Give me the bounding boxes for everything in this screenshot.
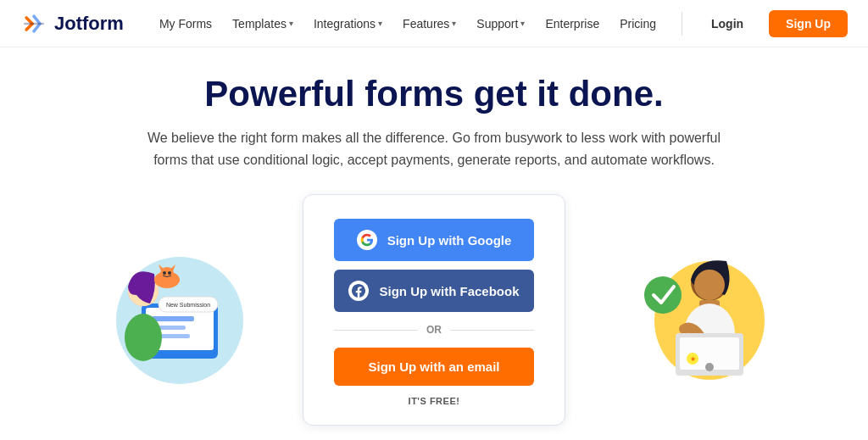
nav-support[interactable]: Support ▾	[468, 12, 533, 36]
chevron-down-icon: ▾	[289, 19, 293, 28]
nav-divider	[682, 12, 682, 36]
content-row: New Submission	[51, 194, 817, 426]
nav-integrations[interactable]: Integrations ▾	[305, 12, 391, 36]
right-illustration: ★	[599, 227, 777, 393]
svg-point-23	[705, 363, 714, 371]
jotform-logo-icon	[20, 10, 47, 37]
signup-card: Sign Up with Google Sign Up with Faceboo…	[303, 194, 565, 426]
chevron-down-icon: ▾	[378, 19, 382, 28]
svg-point-15	[168, 271, 171, 275]
svg-text:★: ★	[690, 355, 696, 363]
divider-line-right	[450, 330, 534, 331]
hero-title: Powerful forms get it done.	[51, 75, 817, 114]
svg-point-14	[163, 271, 166, 275]
nav-pricing[interactable]: Pricing	[611, 12, 665, 36]
or-divider: OR	[334, 324, 534, 336]
svg-point-11	[125, 314, 162, 361]
svg-point-18	[694, 270, 725, 300]
google-icon	[357, 230, 377, 250]
main-nav: My Forms Templates ▾ Integrations ▾ Feat…	[151, 12, 668, 36]
chevron-down-icon: ▾	[520, 19, 525, 28]
header-actions: Login Sign Up	[696, 10, 848, 37]
signup-email-button[interactable]: Sign Up with an email	[334, 348, 534, 386]
signup-facebook-button[interactable]: Sign Up with Facebook	[334, 270, 534, 312]
hero-subtitle: We believe the right form makes all the …	[129, 127, 739, 170]
divider-line-left	[334, 330, 418, 331]
svg-point-26	[644, 276, 682, 314]
nav-features[interactable]: Features ▾	[394, 12, 465, 36]
signup-header-button[interactable]: Sign Up	[769, 10, 848, 37]
nav-templates[interactable]: Templates ▾	[224, 12, 302, 36]
nav-enterprise[interactable]: Enterprise	[537, 12, 608, 36]
chevron-down-icon: ▾	[452, 19, 456, 28]
svg-rect-4	[152, 316, 194, 321]
or-text: OR	[426, 324, 442, 336]
signup-google-button[interactable]: Sign Up with Google	[334, 219, 534, 261]
main-content: Powerful forms get it done. We believe t…	[0, 47, 868, 440]
nav-my-forms[interactable]: My Forms	[151, 12, 220, 36]
brand-name: Jotform	[54, 13, 124, 35]
facebook-icon	[348, 281, 369, 301]
login-button[interactable]: Login	[696, 11, 759, 36]
free-label: IT'S FREE!	[334, 396, 534, 406]
svg-text:New Submission: New Submission	[166, 302, 210, 308]
logo[interactable]: Jotform	[20, 10, 124, 37]
left-illustration: New Submission	[91, 227, 269, 393]
